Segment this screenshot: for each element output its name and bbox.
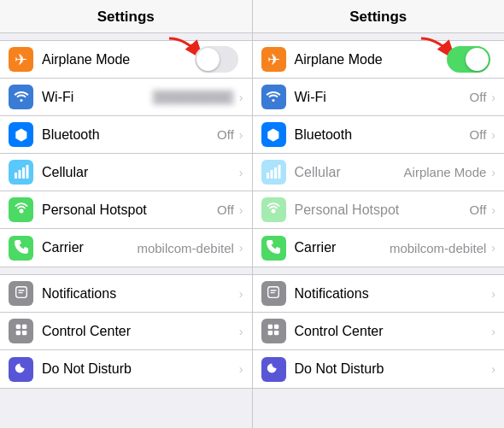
right-dnd-icon: [261, 357, 286, 382]
right-wifi-chevron: ›: [491, 91, 495, 104]
left-toggle-knob: [196, 48, 220, 71]
right-ctrl-glyph: [266, 322, 281, 340]
right-header: Settings: [253, 0, 505, 33]
left-cellular-icon: [9, 160, 33, 185]
svg-rect-20: [268, 325, 273, 329]
svg-rect-7: [18, 292, 22, 293]
left-dnd-row[interactable]: Do Not Disturb ›: [0, 350, 252, 388]
right-bluetooth-row[interactable]: ⬢ Bluetooth Off ›: [253, 116, 505, 154]
right-carrier-value: mobilcom-debitel: [390, 241, 486, 255]
right-notifications-row[interactable]: Notifications ›: [253, 275, 505, 313]
svg-rect-10: [15, 331, 20, 335]
left-airplane-icon: ✈: [9, 47, 33, 72]
right-controlcenter-row[interactable]: Control Center ›: [253, 313, 505, 350]
left-cellular-chevron: ›: [239, 166, 243, 179]
left-hotspot-row[interactable]: Personal Hotspot Off ›: [0, 191, 252, 229]
svg-point-16: [272, 209, 276, 214]
right-airplane-row[interactable]: ✈ Airplane Mode: [253, 41, 505, 79]
svg-rect-22: [268, 331, 273, 335]
svg-rect-12: [267, 173, 269, 179]
svg-point-4: [19, 209, 23, 214]
right-notifications-chevron: ›: [491, 287, 495, 301]
right-hot-glyph: [265, 200, 282, 220]
left-notifications-icon: [9, 281, 33, 306]
svg-rect-23: [274, 331, 278, 335]
left-carrier-icon: [9, 236, 33, 261]
right-wifi-icon: [261, 85, 286, 109]
left-wifi-label: Wi-Fi: [42, 90, 152, 105]
panels-container: Settings ✈ Airplane Mode: [0, 0, 504, 428]
left-carrier-label: Carrier: [42, 240, 137, 255]
left-controlcenter-label: Control Center: [42, 324, 237, 339]
bt-glyph: ⬢: [15, 127, 28, 143]
right-hotspot-chevron: ›: [491, 203, 495, 217]
left-dnd-chevron: ›: [239, 362, 243, 376]
phone-glyph: [14, 239, 29, 257]
right-cellular-icon: [261, 160, 286, 185]
left-wifi-row[interactable]: Wi-Fi XXXXXXXXX ›: [0, 79, 252, 116]
moon-glyph: [14, 361, 29, 378]
right-cellular-row[interactable]: Cellular Airplane Mode ›: [253, 154, 505, 191]
right-bt-glyph: ⬢: [267, 127, 280, 143]
left-network-group: ✈ Airplane Mode: [0, 40, 252, 267]
right-dnd-label: Do Not Disturb: [295, 361, 490, 377]
svg-rect-9: [21, 325, 26, 329]
left-hotspot-icon: [9, 197, 33, 222]
left-bluetooth-icon: ⬢: [9, 122, 33, 147]
right-dnd-chevron: ›: [491, 362, 495, 376]
left-notifications-row[interactable]: Notifications ›: [0, 275, 252, 313]
left-bluetooth-label: Bluetooth: [42, 127, 217, 143]
right-controlcenter-label: Control Center: [295, 324, 490, 339]
svg-rect-8: [15, 325, 20, 329]
svg-rect-1: [18, 170, 21, 179]
left-controlcenter-icon: [9, 319, 33, 343]
right-dnd-row[interactable]: Do Not Disturb ›: [253, 350, 505, 388]
left-carrier-row[interactable]: Carrier mobilcom-debitel ›: [0, 229, 252, 267]
left-misc-group: Notifications › Control Center: [0, 274, 252, 389]
panel-right: Settings ✈ Airplane Mode: [253, 0, 505, 428]
right-network-group: ✈ Airplane Mode: [253, 40, 505, 267]
left-hotspot-chevron: ›: [239, 203, 243, 217]
left-airplane-toggle[interactable]: [195, 46, 238, 73]
right-carrier-chevron: ›: [491, 241, 495, 255]
right-controlcenter-chevron: ›: [491, 325, 495, 338]
left-dnd-label: Do Not Disturb: [42, 361, 237, 377]
svg-rect-2: [22, 167, 25, 179]
right-notifications-icon: [261, 281, 286, 306]
right-airplane-icon: ✈: [261, 47, 286, 72]
ctrl-glyph: [14, 322, 29, 340]
right-airplane-toggle[interactable]: [447, 46, 490, 73]
right-notifications-label: Notifications: [295, 286, 490, 302]
right-hotspot-row[interactable]: Personal Hotspot Off ›: [253, 191, 505, 229]
svg-rect-13: [271, 170, 273, 179]
svg-rect-6: [18, 290, 24, 290]
right-controlcenter-icon: [261, 319, 286, 343]
left-controlcenter-row[interactable]: Control Center ›: [0, 313, 252, 350]
right-hotspot-icon: [261, 197, 286, 222]
left-cellular-row[interactable]: Cellular ›: [0, 154, 252, 191]
svg-rect-0: [15, 173, 17, 179]
right-bluetooth-icon: ⬢: [261, 122, 286, 147]
panel-left: Settings ✈ Airplane Mode: [0, 0, 253, 428]
cell-glyph: [14, 164, 29, 181]
right-misc-group: Notifications › Control Center: [253, 274, 505, 389]
right-cellular-chevron: ›: [491, 166, 495, 179]
airplane-glyph: ✈: [15, 52, 27, 67]
left-hotspot-value: Off: [217, 202, 234, 217]
wifi-glyph: [14, 89, 29, 105]
right-carrier-label: Carrier: [295, 240, 390, 255]
left-wifi-value: XXXXXXXXX: [152, 90, 234, 105]
left-bluetooth-chevron: ›: [239, 128, 243, 142]
right-wifi-row[interactable]: Wi-Fi Off ›: [253, 79, 505, 116]
left-controlcenter-chevron: ›: [239, 325, 243, 338]
left-hotspot-label: Personal Hotspot: [42, 202, 217, 218]
right-moon-glyph: [266, 361, 281, 378]
svg-rect-14: [274, 167, 277, 179]
svg-rect-11: [21, 331, 26, 335]
right-carrier-row[interactable]: Carrier mobilcom-debitel ›: [253, 229, 505, 267]
left-notifications-chevron: ›: [239, 287, 243, 301]
svg-rect-3: [26, 165, 28, 179]
svg-rect-18: [270, 290, 276, 290]
left-bluetooth-row[interactable]: ⬢ Bluetooth Off ›: [0, 116, 252, 154]
left-airplane-row[interactable]: ✈ Airplane Mode: [0, 41, 252, 79]
